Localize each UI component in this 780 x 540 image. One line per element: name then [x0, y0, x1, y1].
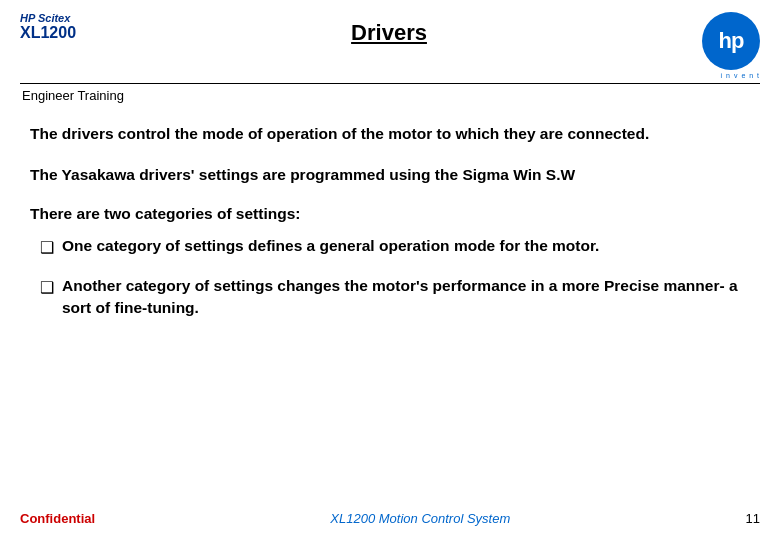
footer-page-number: 11	[746, 511, 760, 526]
list-marker-2: ❑	[40, 275, 62, 299]
page-container: HP Scitex XL1200 Drivers hp i n v e n t …	[0, 0, 780, 540]
list-marker-1: ❑	[40, 235, 62, 259]
hp-letters: hp	[719, 28, 744, 54]
footer: Confidential XL1200 Motion Control Syste…	[20, 511, 760, 526]
hp-logo-container: hp i n v e n t	[702, 12, 760, 79]
list-item: ❑ Another category of settings changes t…	[40, 275, 750, 320]
model-text: XL1200	[20, 24, 76, 42]
invent-text: i n v e n t	[721, 72, 760, 79]
list-items: ❑ One category of settings defines a gen…	[30, 235, 750, 320]
page-title: Drivers	[351, 20, 427, 45]
engineer-training-text: Engineer Training	[22, 88, 124, 103]
main-content: The drivers control the mode of operatio…	[20, 104, 760, 320]
list-item-text-1: One category of settings defines a gener…	[62, 235, 750, 257]
hp-text: HP Scitex	[20, 12, 76, 24]
footer-confidential: Confidential	[20, 511, 95, 526]
product-logo: HP Scitex XL1200	[20, 12, 76, 42]
list-item-text-2: Another category of settings changes the…	[62, 275, 750, 320]
hp-circle-icon: hp	[702, 12, 760, 70]
footer-product: XL1200 Motion Control System	[330, 511, 510, 526]
header-center: Drivers	[76, 12, 702, 46]
list-item: ❑ One category of settings defines a gen…	[40, 235, 750, 259]
header: HP Scitex XL1200 Drivers hp i n v e n t	[20, 0, 760, 84]
paragraph-2: The Yasakawa drivers' settings are progr…	[30, 163, 750, 186]
paragraph-1: The drivers control the mode of operatio…	[30, 122, 750, 145]
engineer-training-label: Engineer Training	[20, 86, 760, 104]
categories-title: There are two categories of settings:	[30, 205, 750, 223]
header-left: HP Scitex XL1200	[20, 12, 76, 42]
